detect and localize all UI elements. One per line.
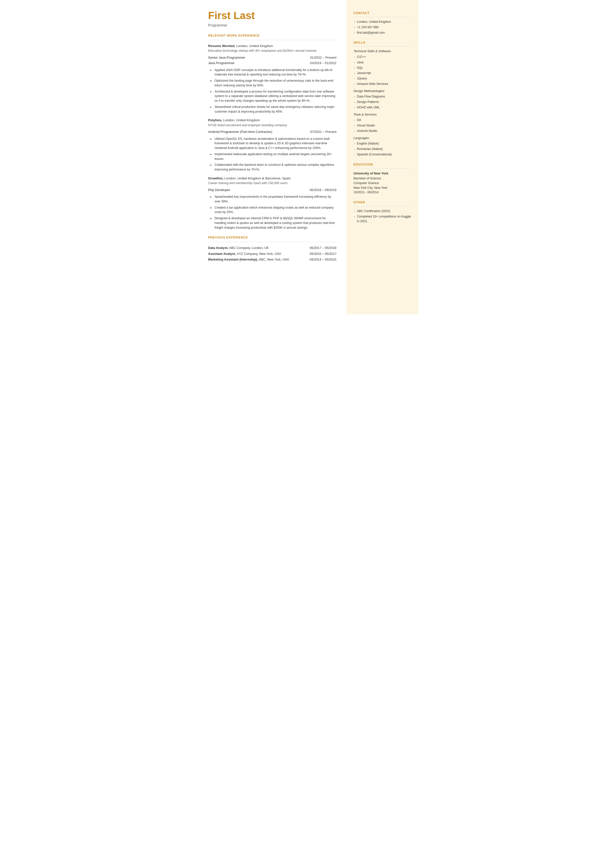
bullet-2-2: Implemented widescale application testin… — [210, 152, 336, 161]
other-item-2: Completed 10+ competitions on Kaggle in … — [354, 214, 411, 224]
left-column: First Last Programmer RELEVANT WORK EXPE… — [196, 0, 347, 314]
skills-list-languages: English (Native) Romanian (Native) Spani… — [354, 141, 411, 157]
right-column: CONTACT London, United Kingdom +1 234 56… — [347, 0, 419, 314]
bullet-2-3: Collaborated with the backend team to co… — [210, 163, 336, 172]
edu-school: University of New York — [354, 171, 411, 176]
skills-list-technical: C/C++ Java SQL Javascript JQuery Amazon … — [354, 55, 411, 86]
job-row-1b: Java Programmer 10/2019 – 01/2022 — [208, 61, 336, 65]
divider-other — [354, 206, 411, 207]
skills-list-tools: Git Visual Studio Android Studio — [354, 118, 411, 133]
skill-dfd: Data Flow Diagrams — [354, 94, 411, 99]
bullets-3: Spearheaded key improvements in the prop… — [210, 194, 336, 230]
contact-email: first.last@gmail.com — [354, 30, 411, 35]
bullet-1-4: Streamlined critical production tickets … — [210, 105, 336, 114]
job-resumeworded: Resume Worded, London, United Kingdom Ed… — [208, 43, 336, 114]
other-item-1: ABC Certification (2022) — [354, 209, 411, 214]
prev-job-1-label: Data Analyst, ABC Company, London, UK — [208, 245, 269, 250]
skill-aws: Amazon Web Services — [354, 82, 411, 86]
skills-header: SKILLS — [354, 40, 411, 45]
contact-list: London, United Kingdom +1 234 567 890 fi… — [354, 20, 411, 35]
contact-location: London, United Kingdom — [354, 20, 411, 24]
skill-vs: Visual Studio — [354, 123, 411, 128]
skills-cat-tools: Tools & Services: — [354, 112, 411, 117]
skills-list-design: Data Flow Diagrams Design Patterns OOAD … — [354, 94, 411, 110]
job-date-1b: 10/2019 – 01/2022 — [310, 61, 336, 65]
other-header: OTHER — [354, 200, 411, 205]
edu-field: Computer Science — [354, 181, 411, 186]
previous-exp-header: PREVIOUS EXPERIENCE — [208, 235, 336, 240]
company-line-1: Resume Worded, London, United Kingdom — [208, 43, 336, 48]
job-title: Programmer — [208, 23, 336, 28]
prev-job-3-label: Marketing Assistant (Internship), ABC, N… — [208, 257, 289, 262]
bullets-1: Applied JAVA OOP concepts to introduce a… — [210, 68, 336, 114]
job-title-2a: Android Programmer (Part-time Contractor… — [208, 129, 273, 134]
bullet-1-2: Optimized the landing page through the r… — [210, 78, 336, 88]
prev-job-2-date: 06/2016 – 05/2017 — [310, 252, 336, 256]
company-line-3: Growthsi, London, United Kingdom & Barce… — [208, 176, 336, 181]
company-desc-2: NYSE-listed recruitment and employer bra… — [208, 123, 336, 128]
contact-phone: +1 234 567 890 — [354, 25, 411, 30]
edu-degree: Bachelor of Science — [354, 176, 411, 181]
job-polyhire: Polyhire, London, United Kingdom NYSE-li… — [208, 118, 336, 172]
job-date-2a: 07/2021 – Present — [310, 129, 336, 134]
company-loc-3: London, United Kingdom & Barcelona, Spai… — [223, 176, 291, 180]
company-line-2: Polyhire, London, United Kingdom — [208, 118, 336, 123]
other-list: ABC Certification (2022) Completed 10+ c… — [354, 209, 411, 224]
skills-cat-design: Design Methodologies: — [354, 89, 411, 93]
job-row-2a: Android Programmer (Part-time Contractor… — [208, 129, 336, 134]
divider-skills — [354, 46, 411, 47]
prev-job-1: Data Analyst, ABC Company, London, UK 06… — [208, 245, 336, 250]
skill-jquery: JQuery — [354, 76, 411, 81]
skill-design-patterns: Design Patterns — [354, 100, 411, 104]
contact-header: CONTACT — [354, 11, 411, 16]
edu-location: New York City, New York — [354, 186, 411, 190]
company-loc-1: London, United Kingdom — [236, 44, 273, 48]
job-date-3a: 06/2018 – 09/2019 — [310, 188, 336, 193]
prev-job-2-label: Assistant Analyst, XYZ Company, New York… — [208, 252, 281, 256]
company-desc-1: Education technology startup with 50+ em… — [208, 48, 336, 53]
job-title-1b: Java Programmer — [208, 61, 235, 65]
skills-cat-technical: Technical Skills & Software: — [354, 49, 411, 54]
job-title-1a: Senior Java Programmer — [208, 55, 245, 60]
divider-education — [354, 168, 411, 169]
skill-java: Java — [354, 60, 411, 65]
skill-javascript: Javascript — [354, 71, 411, 76]
education-header: EDUCATION — [354, 162, 411, 167]
skill-cpp: C/C++ — [354, 55, 411, 59]
prev-job-2: Assistant Analyst, XYZ Company, New York… — [208, 252, 336, 256]
education-section: EDUCATION University of New York Bachelo… — [354, 162, 411, 195]
relevant-work-header: RELEVANT WORK EXPERIENCE — [208, 33, 336, 38]
bullet-2-1: Utilized OpenGL ES, hardware acceleratio… — [210, 137, 336, 151]
bullets-2: Utilized OpenGL ES, hardware acceleratio… — [210, 137, 336, 172]
previous-exp-section: PREVIOUS EXPERIENCE Data Analyst, ABC Co… — [208, 235, 336, 262]
skill-romanian: Romanian (Native) — [354, 147, 411, 151]
company-name-3: Growthsi, — [208, 176, 223, 180]
company-name-1: Resume Worded, — [208, 44, 236, 48]
skill-sql: SQL — [354, 65, 411, 70]
prev-job-1-date: 06/2017 – 05/2018 — [310, 245, 336, 250]
prev-job-3-date: 09/2014 – 05/2015 — [310, 257, 336, 262]
relevant-work-section: RELEVANT WORK EXPERIENCE Resume Worded, … — [208, 33, 336, 230]
resume-page: First Last Programmer RELEVANT WORK EXPE… — [196, 0, 419, 314]
skills-cat-languages: Languages: — [354, 136, 411, 141]
bullet-1-3: Architected & developed a process for tr… — [210, 89, 336, 103]
job-row-1a: Senior Java Programmer 01/2022 – Present — [208, 55, 336, 60]
skills-section: SKILLS Technical Skills & Software: C/C+… — [354, 40, 411, 157]
other-section: OTHER ABC Certification (2022) Completed… — [354, 200, 411, 224]
edu-dates: 10/2011 - 06/2014 — [354, 190, 411, 195]
bullet-1-1: Applied JAVA OOP concepts to introduce a… — [210, 68, 336, 77]
divider-relevant — [208, 40, 336, 40]
company-desc-3: Career training and membership SaaS with… — [208, 181, 336, 186]
company-loc-2: London, United Kingdom — [222, 118, 260, 122]
prev-job-3: Marketing Assistant (Internship), ABC, N… — [208, 257, 336, 262]
divider-previous — [208, 242, 336, 242]
skill-ooad: OOAD with UML — [354, 105, 411, 110]
contact-section: CONTACT London, United Kingdom +1 234 56… — [354, 11, 411, 35]
job-row-3a: Php Developer 06/2018 – 09/2019 — [208, 188, 336, 193]
skill-android-studio: Android Studio — [354, 129, 411, 134]
skill-english: English (Native) — [354, 141, 411, 146]
job-growthsi: Growthsi, London, United Kingdom & Barce… — [208, 176, 336, 230]
company-name-2: Polyhire, — [208, 118, 222, 122]
bullet-3-2: Created a tax application which enhanced… — [210, 205, 336, 215]
job-title-3a: Php Developer — [208, 188, 230, 193]
